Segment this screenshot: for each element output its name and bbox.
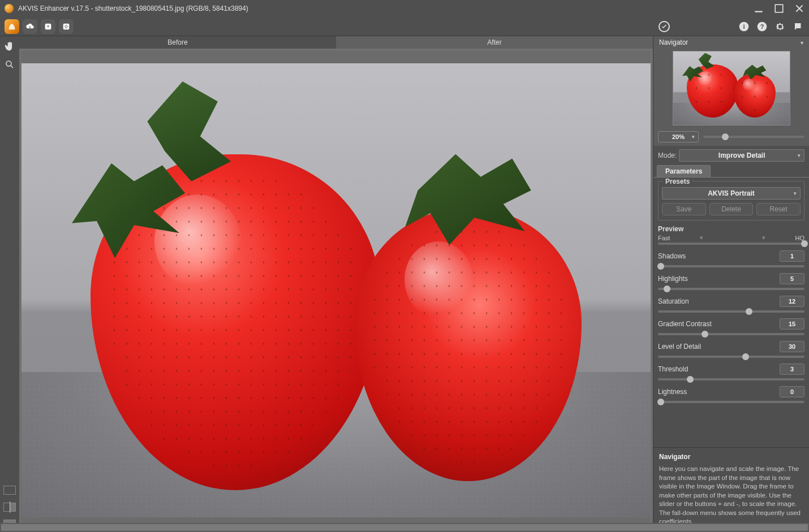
reset-button[interactable]: Reset [756, 203, 801, 215]
preview-group: Preview Fast ▾▾ HQ [658, 225, 804, 245]
navigator-header-label: Navigator [659, 38, 688, 46]
minimize-button[interactable] [754, 3, 764, 14]
horizontal-scrollbar[interactable] [0, 523, 809, 532]
gear-icon[interactable] [774, 20, 786, 33]
check-icon[interactable] [659, 21, 670, 32]
param-value-input[interactable]: 30 [780, 341, 804, 352]
param-label: Highlights [658, 275, 688, 283]
tab-parameters[interactable]: Parameters [657, 165, 711, 177]
import-icon[interactable] [41, 19, 55, 34]
svg-text:i: i [743, 23, 745, 30]
help-body: Here you can navigate and scale the imag… [659, 465, 803, 526]
svg-text:?: ? [760, 23, 764, 30]
param-slider-track[interactable] [658, 288, 804, 290]
param-slider-highlights: Highlights5 [658, 273, 804, 290]
param-value-input[interactable]: 1 [780, 250, 804, 262]
maximize-button[interactable] [774, 3, 784, 14]
tab-after[interactable]: After [336, 36, 653, 49]
param-slider-saturation: Saturation12 [658, 296, 804, 313]
canvas-area[interactable] [19, 49, 653, 532]
param-label: Saturation [658, 297, 689, 305]
presets-legend: Presets [663, 178, 692, 185]
home-icon[interactable] [5, 19, 19, 34]
help-icon[interactable]: ? [756, 20, 768, 33]
param-slider-track[interactable] [658, 401, 804, 403]
param-slider-level-of-detail: Level of Detail30 [658, 341, 804, 358]
param-slider-track[interactable] [658, 310, 804, 313]
param-value-input[interactable]: 12 [780, 296, 804, 307]
chevron-down-icon: ▾ [801, 40, 803, 46]
param-label: Gradient Contrast [658, 320, 712, 328]
right-panel: Navigator ▾ 20% [653, 36, 809, 532]
param-slider-track[interactable] [658, 333, 804, 335]
param-slider-track[interactable] [658, 356, 804, 358]
main-toolbar: i ? [0, 17, 809, 36]
navigator-thumbnail[interactable] [653, 49, 809, 128]
view-tabs: Before After [19, 36, 653, 49]
param-value-input[interactable]: 15 [780, 318, 804, 330]
svg-rect-1 [775, 5, 783, 12]
preview-fast-label: Fast [658, 235, 670, 241]
compare-horizontal-icon[interactable] [3, 486, 16, 495]
param-value-input[interactable]: 0 [780, 386, 804, 397]
title-bar: AKVIS Enhancer v.17.5 - shutterstock_198… [0, 0, 809, 17]
param-label: Lightness [658, 388, 687, 396]
navigator-header[interactable]: Navigator ▾ [653, 36, 809, 49]
left-tool-column [0, 36, 19, 532]
save-button[interactable]: Save [662, 203, 706, 215]
delete-button[interactable]: Delete [709, 203, 754, 215]
help-title: Navigator [659, 452, 803, 461]
preset-dropdown[interactable]: AKVIS Portrait [662, 187, 801, 200]
param-label: Level of Detail [658, 343, 701, 351]
svg-rect-0 [755, 11, 763, 12]
svg-point-9 [6, 61, 11, 66]
param-label: Threshold [658, 365, 688, 373]
hand-tool-icon[interactable] [3, 40, 16, 53]
zoom-dropdown[interactable]: 20% [658, 131, 699, 142]
param-value-input[interactable]: 5 [780, 273, 804, 284]
help-panel: Navigator Here you can navigate and scal… [653, 447, 809, 532]
cloud-download-icon[interactable] [23, 19, 37, 34]
preview-label: Preview [658, 225, 804, 233]
notifications-icon[interactable] [792, 20, 804, 33]
close-button[interactable] [794, 3, 804, 14]
param-slider-lightness: Lightness0 [658, 386, 804, 403]
param-value-input[interactable]: 3 [780, 364, 804, 375]
preview-slider[interactable] [658, 243, 804, 245]
param-slider-threshold: Threshold3 [658, 364, 804, 380]
param-slider-track[interactable] [658, 378, 804, 380]
info-icon[interactable]: i [738, 20, 750, 33]
presets-group: Presets AKVIS Portrait Save Delete Reset [658, 181, 804, 220]
app-logo-icon [5, 4, 14, 13]
zoom-slider[interactable] [703, 132, 804, 142]
settings-export-icon[interactable] [59, 19, 74, 34]
zoom-tool-icon[interactable] [3, 58, 16, 71]
param-label: Shadows [658, 252, 686, 260]
param-slider-gradient-contrast: Gradient Contrast15 [658, 318, 804, 335]
mode-dropdown[interactable]: Improve Detail [679, 149, 804, 162]
param-slider-shadows: Shadows1 [658, 250, 804, 267]
mode-label: Mode: [658, 152, 677, 159]
compare-split-icon[interactable] [3, 503, 16, 512]
image-preview[interactable] [21, 63, 651, 517]
param-slider-track[interactable] [658, 265, 804, 267]
tab-before[interactable]: Before [19, 36, 336, 49]
window-title: AKVIS Enhancer v.17.5 - shutterstock_198… [18, 5, 754, 12]
